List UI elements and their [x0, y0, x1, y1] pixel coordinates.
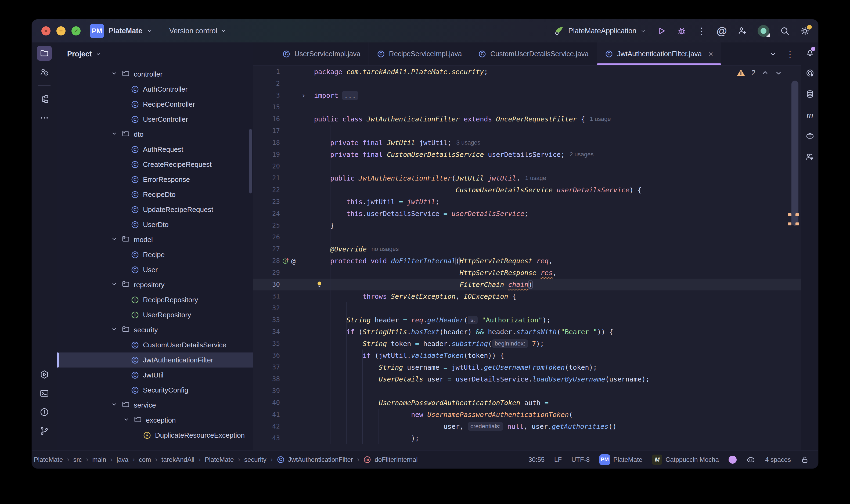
tree-item-JwtAuthenticationFilter[interactable]: CJwtAuthenticationFilter — [57, 353, 253, 367]
tab-options-icon[interactable]: ⋮ — [786, 50, 794, 59]
line-number[interactable]: 39 — [253, 387, 280, 395]
intention-bulb-icon[interactable] — [315, 280, 323, 290]
line-number[interactable]: 23 — [253, 198, 280, 205]
override-gutter-icon[interactable]: I — [282, 257, 290, 265]
line-number[interactable]: 18 — [253, 139, 280, 146]
chevron-down-icon[interactable] — [111, 70, 117, 79]
tree-item-SecurityConfig[interactable]: CSecurityConfig — [57, 382, 253, 398]
tree-item-RecipeRepository[interactable]: IRecipeRepository — [57, 292, 253, 307]
line-number[interactable]: 2 — [253, 80, 280, 87]
tree-item-UserRepository[interactable]: IUserRepository — [57, 307, 253, 322]
breadcrumb-item[interactable]: java — [116, 456, 128, 464]
line-number[interactable]: 35 — [253, 340, 280, 347]
copilot-icon[interactable] — [804, 130, 816, 142]
settings-gear-icon[interactable] — [800, 26, 810, 36]
breadcrumb-item[interactable]: src — [73, 456, 82, 464]
breadcrumb-item[interactable]: CJwtAuthenticationFilter — [277, 456, 353, 464]
tree-item-Recipe[interactable]: CRecipe — [57, 247, 253, 262]
line-separator[interactable]: LF — [554, 456, 562, 464]
line-number[interactable]: 31 — [253, 292, 280, 300]
breadcrumb-item[interactable]: mdoFilterInternal — [363, 456, 417, 464]
tree-item-AuthRequest[interactable]: CAuthRequest — [57, 142, 253, 157]
tree-item-UserDto[interactable]: CUserDto — [57, 217, 253, 232]
run-configuration-selector[interactable]: PlateMateApplication — [554, 25, 646, 36]
tree-item-ErrorResponse[interactable]: CErrorResponse — [57, 172, 253, 187]
breadcrumb-item[interactable]: tarekAndAli — [161, 456, 195, 464]
tree-item-CustomUserDetailsService[interactable]: CCustomUserDetailsService — [57, 338, 253, 353]
close-window-button[interactable] — [41, 26, 51, 35]
line-number[interactable]: 1 — [253, 68, 280, 75]
avatar[interactable] — [758, 25, 770, 37]
tab-CustomUserDetailsService.java[interactable]: CCustomUserDetailsService.java — [470, 42, 597, 65]
line-number[interactable]: 38 — [253, 375, 280, 383]
line-number[interactable]: 40 — [253, 399, 280, 407]
tree-item-controller[interactable]: controller — [57, 67, 253, 82]
users-chat-icon[interactable] — [804, 151, 816, 163]
warning-stripe-mark[interactable] — [795, 222, 799, 226]
line-number[interactable]: 15 — [253, 104, 280, 111]
terminal-icon[interactable] — [37, 386, 52, 401]
ai-chat-icon[interactable] — [804, 67, 816, 79]
services-icon[interactable] — [37, 367, 52, 382]
editor-scrollbar[interactable] — [792, 80, 798, 226]
maven-icon[interactable]: m — [804, 109, 816, 121]
line-number[interactable]: 26 — [253, 233, 280, 241]
tree-item-security[interactable]: security — [57, 322, 253, 338]
line-number[interactable]: 37 — [253, 363, 280, 371]
line-number[interactable]: 17 — [253, 127, 280, 134]
project-scrollbar[interactable] — [249, 129, 252, 194]
file-writable[interactable] — [800, 455, 809, 464]
copilot-status[interactable] — [746, 455, 756, 464]
line-number[interactable]: 43 — [253, 434, 280, 442]
fold-chevron-icon[interactable]: › — [301, 91, 306, 100]
tree-item-repository[interactable]: repository — [57, 277, 253, 292]
line-number[interactable]: 36 — [253, 352, 280, 359]
line-number[interactable]: 29 — [253, 269, 280, 276]
database-icon[interactable] — [804, 88, 816, 100]
line-number[interactable]: 16 — [253, 115, 280, 123]
structure-icon[interactable] — [37, 92, 52, 107]
notifications-icon[interactable] — [804, 46, 816, 58]
encoding[interactable]: UTF-8 — [572, 456, 590, 464]
chevron-down-icon[interactable] — [111, 235, 117, 244]
tree-item-model[interactable]: model — [57, 232, 253, 247]
breadcrumb-item[interactable]: PlateMate — [205, 456, 234, 464]
line-number[interactable]: 41 — [253, 411, 280, 418]
warning-stripe-mark[interactable] — [788, 222, 792, 226]
project-panel-header[interactable]: Project — [57, 42, 253, 66]
breadcrumb-item[interactable]: main — [92, 456, 106, 464]
code-with-me-icon[interactable] — [737, 26, 747, 36]
git-branch-icon[interactable] — [37, 424, 52, 438]
project-folder-icon[interactable] — [37, 46, 52, 61]
more-actions-button[interactable]: ⋮ — [697, 25, 706, 36]
chevron-down-icon[interactable] — [123, 416, 130, 425]
zoom-window-button[interactable] — [71, 26, 80, 35]
theme-widget[interactable]: MCatppuccin Mocha — [652, 454, 719, 465]
chevron-down-icon[interactable] — [111, 401, 117, 410]
line-number[interactable]: 24 — [253, 210, 280, 217]
more-icon[interactable] — [37, 110, 52, 125]
user-question-icon[interactable]: ? — [37, 65, 52, 79]
warning-stripe-mark[interactable] — [788, 213, 792, 216]
tab-RecipeServiceImpl.java[interactable]: CRecipeServiceImpl.java — [369, 42, 470, 65]
status-dot[interactable] — [728, 456, 737, 464]
breadcrumb-item[interactable]: security — [244, 456, 267, 464]
line-number[interactable]: 21 — [253, 174, 280, 182]
run-button[interactable] — [656, 26, 667, 36]
caret-position[interactable]: 30:55 — [528, 456, 545, 464]
tree-item-AuthController[interactable]: CAuthController — [57, 82, 253, 97]
line-number[interactable]: 22 — [253, 186, 280, 194]
tree-item-dto[interactable]: dto — [57, 127, 253, 142]
line-number[interactable]: 27 — [253, 245, 280, 253]
tree-item-UpdateRecipeRequest[interactable]: CUpdateRecipeRequest — [57, 202, 253, 217]
tree-item-service[interactable]: service — [57, 398, 253, 413]
chevron-down-icon[interactable] — [111, 326, 117, 335]
minimize-window-button[interactable] — [56, 26, 66, 35]
problems-icon[interactable] — [37, 404, 52, 420]
line-number[interactable]: 19 — [253, 151, 280, 158]
line-number[interactable]: 3 — [253, 92, 280, 99]
vcs-menu[interactable]: Version control — [169, 27, 227, 35]
line-number[interactable]: 20 — [253, 163, 280, 170]
line-number[interactable]: 32 — [253, 304, 280, 312]
line-number[interactable]: 33 — [253, 316, 280, 324]
